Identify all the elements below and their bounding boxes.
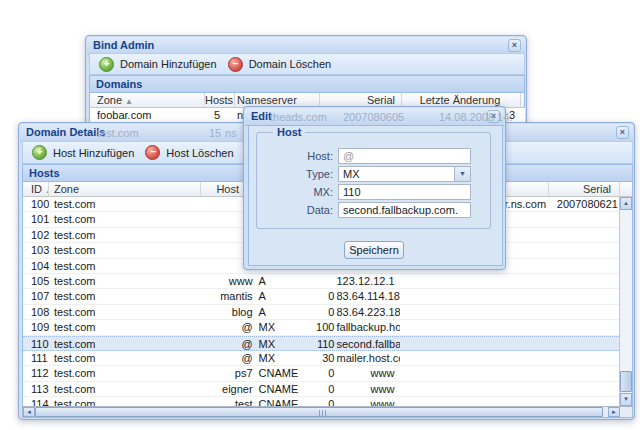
scroll-right-icon[interactable]: ►	[608, 407, 620, 417]
cell-host: @	[201, 320, 255, 334]
cell-host: www	[201, 274, 255, 288]
column-label: Zone	[97, 94, 122, 106]
column-label: Letzte Änderung	[420, 94, 501, 106]
header-filler	[620, 182, 632, 196]
cell-id: 104	[23, 259, 49, 273]
cell-data2	[400, 320, 548, 334]
cell-zone: test.com	[49, 259, 201, 273]
cell-zone: test.com	[49, 397, 201, 406]
cell-host: @	[201, 351, 255, 365]
table-row[interactable]: 110test.com@MX110second.fallback	[23, 336, 619, 351]
type-combobox[interactable]	[338, 166, 471, 182]
header-filler	[521, 93, 524, 107]
cell-zone: test.com	[49, 337, 201, 350]
ghost-text: theads.com	[270, 111, 327, 123]
cell-serial	[548, 289, 619, 303]
cell-data: 83.64.114.186	[336, 289, 400, 303]
cell-data: fallbackup.host	[336, 320, 400, 334]
table-row[interactable]: 109test.com@MX100fallbackup.host	[23, 320, 619, 335]
scroll-down-icon[interactable]: ▼	[620, 393, 632, 406]
cell-zone: test.com	[49, 228, 201, 242]
cell-serial: 2007080621	[548, 197, 619, 211]
column-label: Nameserver	[237, 94, 297, 106]
cell-serial	[548, 228, 619, 242]
cell-serial	[548, 382, 619, 396]
close-icon[interactable]: ×	[508, 39, 521, 52]
add-domain-button[interactable]: + Domain Hinzufügen	[95, 55, 224, 74]
mx-field-label: MX:	[250, 186, 333, 198]
cell-data2	[400, 274, 548, 288]
ghost-text: 2007080605	[343, 111, 404, 123]
chevron-down-icon[interactable]: ▼	[454, 167, 470, 181]
cell-mx: 0	[301, 366, 337, 380]
cell-id: 101	[23, 212, 49, 226]
desktop: Bind Admin × + Domain Hinzufügen − Domai…	[0, 0, 640, 430]
cell-hosts: 5	[205, 108, 235, 122]
table-row[interactable]: 111test.com@MX30mailer.host.com	[23, 351, 619, 366]
cell-type: CNAME	[255, 366, 301, 380]
column-header-id[interactable]: ID▲	[23, 182, 49, 196]
cell-id: 114	[23, 397, 49, 406]
column-header-zone[interactable]: Zone▲	[90, 93, 205, 107]
cell-zone: test.com	[49, 243, 201, 257]
column-header-last[interactable]: Letzte Änderung	[402, 93, 521, 107]
add-icon: +	[32, 145, 47, 160]
cell-data2	[400, 289, 548, 303]
cell-data2	[400, 337, 548, 350]
delete-host-button[interactable]: − Host Löschen	[141, 143, 240, 162]
vertical-scroll-thumb[interactable]	[620, 371, 632, 392]
column-label: Serial	[367, 94, 395, 106]
cell-zone: test.com	[49, 305, 201, 319]
cell-data: www	[336, 382, 400, 396]
domains-panel-header: Domains	[89, 75, 525, 93]
cell-data2	[400, 351, 548, 365]
table-row[interactable]: 105test.comwwwA123.12.12.1	[23, 274, 619, 289]
data-field[interactable]	[338, 202, 471, 218]
close-icon[interactable]: ×	[616, 126, 629, 139]
panel-title: Hosts	[29, 167, 60, 179]
host-field-label: Host:	[250, 150, 333, 162]
add-host-button[interactable]: + Host Hinzufügen	[28, 143, 141, 162]
window-title: Edit	[251, 110, 272, 122]
mx-field[interactable]	[338, 184, 471, 200]
column-header-hosts[interactable]: Hosts	[205, 93, 235, 107]
host-field[interactable]	[338, 148, 471, 164]
table-row[interactable]: 108test.comblogA083.64.223.186	[23, 305, 619, 320]
delete-icon: −	[228, 57, 243, 72]
scroll-left-icon[interactable]: ◄	[23, 407, 35, 417]
cell-id: 100	[23, 197, 49, 211]
cell-serial	[548, 337, 619, 350]
table-row[interactable]: 107test.commantisA083.64.114.186	[23, 289, 619, 304]
scroll-up-icon[interactable]: ▲	[620, 197, 632, 210]
cell-zone: foobar.com	[90, 108, 205, 122]
cell-mx: 30	[301, 351, 337, 365]
cell-serial	[548, 212, 619, 226]
panel-title: Domains	[96, 78, 142, 90]
add-domain-label: Domain Hinzufügen	[120, 58, 217, 70]
cell-mx	[301, 274, 337, 288]
column-header-serial[interactable]: Serial	[549, 182, 620, 196]
cell-id: 110	[23, 337, 49, 350]
table-row[interactable]: 114test.comtestCNAME0www	[23, 397, 619, 406]
save-button[interactable]: Speichern	[344, 241, 404, 259]
table-row[interactable]: 112test.comps7CNAME0www	[23, 366, 619, 381]
column-header-zone[interactable]: Zone	[49, 182, 201, 196]
delete-domain-button[interactable]: − Domain Löschen	[224, 55, 339, 74]
edit-dialog-titlebar[interactable]: Edit × theads.com200708060514.08.2008 14…	[245, 108, 504, 126]
ghost-text: test.com	[97, 127, 139, 139]
cell-serial	[548, 397, 619, 406]
column-header-serial[interactable]: Serial	[320, 93, 402, 107]
cell-id: 103	[23, 243, 49, 257]
vertical-scrollbar[interactable]: ▲ ▼	[619, 197, 633, 406]
table-row[interactable]: 113test.comeignerCNAME0www	[23, 382, 619, 397]
cell-id: 112	[23, 366, 49, 380]
cell-zone: test.com	[49, 366, 201, 380]
horizontal-scroll-thumb[interactable]	[35, 407, 603, 417]
horizontal-scrollbar[interactable]: ◄ ►	[22, 406, 633, 418]
column-label: Serial	[583, 183, 611, 195]
cell-mx: 0	[301, 305, 337, 319]
column-header-ns[interactable]: Nameserver	[235, 93, 320, 107]
type-field-label: Type:	[250, 168, 333, 180]
cell-type: MX	[255, 320, 301, 334]
cell-data2	[400, 366, 548, 380]
